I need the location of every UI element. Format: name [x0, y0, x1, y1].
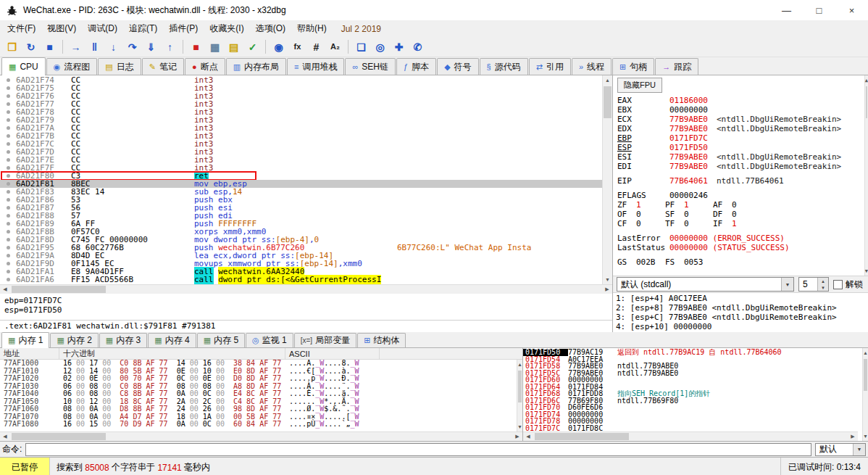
- register-row[interactable]: EDI77B9ABE0<ntdll.DbgUiRemoteBreakin>: [617, 162, 868, 171]
- breakpoint-dot-icon[interactable]: [7, 118, 10, 122]
- menu-item[interactable]: 文件(F): [1, 20, 41, 37]
- tab-memory-1[interactable]: ▦内存 1: [1, 332, 49, 348]
- scroll-down-icon[interactable]: ▼: [517, 422, 522, 431]
- minimize-button[interactable]: —: [770, 0, 803, 20]
- command-mode-select[interactable]: 默认 ▼: [815, 443, 866, 456]
- step-into-button[interactable]: ↓: [104, 38, 122, 56]
- tab-notes[interactable]: ✎笔记: [142, 58, 184, 75]
- scroll-up-icon[interactable]: ▲: [863, 348, 868, 358]
- menu-item[interactable]: 收藏夹(I): [204, 20, 249, 37]
- breakpoint-dot-icon[interactable]: [7, 166, 10, 170]
- disasm-row[interactable]: 6AD21F8383EC 14sub esp,14: [0, 188, 602, 196]
- run-button[interactable]: →: [67, 38, 85, 56]
- breakpoint-gutter[interactable]: [0, 92, 16, 100]
- scroll-right-icon[interactable]: ▶: [602, 286, 612, 292]
- disasm-row[interactable]: 6AD21F75CCint3: [0, 84, 602, 92]
- argument-row[interactable]: 4: [esp+10] 00000000: [616, 322, 865, 331]
- breakpoint-dot-icon[interactable]: [7, 270, 10, 273]
- tab-breakpoints[interactable]: ●断点: [185, 58, 225, 75]
- breakpoint-gutter[interactable]: [0, 116, 16, 124]
- scroll-up-icon[interactable]: ▲: [517, 360, 522, 369]
- breakpoint-gutter[interactable]: [0, 140, 16, 148]
- breakpoint-dot-icon[interactable]: [7, 134, 10, 138]
- scroll-left-icon[interactable]: ◀: [0, 286, 10, 292]
- breakpoint-gutter[interactable]: [0, 76, 16, 84]
- breakpoint-dot-icon[interactable]: [7, 190, 10, 194]
- close-button[interactable]: ×: [835, 0, 868, 20]
- stepper-buttons[interactable]: ▲▼: [817, 278, 828, 291]
- scroll-up-icon[interactable]: ▲: [865, 75, 868, 85]
- register-row[interactable]: ESP0171FD50: [617, 143, 868, 152]
- breakpoint-dot-icon[interactable]: [7, 230, 10, 234]
- scroll-left-icon[interactable]: ◀: [0, 434, 10, 439]
- restart-button[interactable]: ↻: [22, 38, 40, 56]
- menu-item[interactable]: 帮助(H): [291, 20, 333, 37]
- menu-item[interactable]: 选项(O): [250, 20, 291, 37]
- scroll-thumb[interactable]: [864, 359, 867, 391]
- breakpoint-gutter[interactable]: [0, 196, 16, 204]
- disasm-row[interactable]: 6AD21F79CCint3: [0, 116, 602, 124]
- breakpoint-gutter[interactable]: [0, 268, 16, 276]
- disasm-row[interactable]: 6AD21F8756push esi: [0, 204, 602, 212]
- scroll-right-icon[interactable]: ▶: [512, 434, 522, 439]
- breakpoint-dot-icon[interactable]: [7, 222, 10, 226]
- breakpoint-gutter[interactable]: [0, 100, 16, 108]
- scroll-thumb[interactable]: [604, 86, 612, 118]
- dump-row[interactable]: 77AF108016 00 15 00 70 D9 AF 77 0A 00 0C…: [0, 421, 522, 429]
- breakpoint-gutter[interactable]: [0, 156, 16, 164]
- breakpoint-dot-icon[interactable]: [7, 198, 10, 202]
- scroll-right-icon[interactable]: ▶: [848, 434, 858, 439]
- stop-button[interactable]: ■: [41, 38, 59, 56]
- register-row[interactable]: EFLAGS00000246: [617, 191, 868, 200]
- tab-threads[interactable]: »线程: [572, 58, 612, 75]
- breakpoint-dot-icon[interactable]: [7, 102, 10, 106]
- breakpoint-gutter[interactable]: [0, 236, 16, 244]
- scroll-track[interactable]: [10, 432, 512, 441]
- register-row[interactable]: LastStatus00000000 (STATUS_SUCCESS): [617, 243, 868, 252]
- tab-memory-5[interactable]: ▦内存 5: [197, 333, 245, 347]
- scroll-down-icon[interactable]: ▼: [865, 266, 868, 276]
- breakpoint-gutter[interactable]: [0, 132, 16, 140]
- tab-struct[interactable]: ⊞结构体: [357, 333, 406, 347]
- breakpoint-gutter[interactable]: [0, 276, 16, 284]
- argument-row[interactable]: 3: [esp+C] 77B9ABE0 <ntdll.DbgUiRemoteBr…: [616, 313, 865, 322]
- breakpoint-gutter[interactable]: [0, 228, 16, 236]
- breakpoint-dot-icon[interactable]: [7, 246, 10, 249]
- disasm-row[interactable]: 6AD21F7BCCint3: [0, 132, 602, 140]
- breakpoint-gutter[interactable]: [0, 180, 16, 188]
- scroll-track[interactable]: [10, 285, 602, 294]
- scroll-track[interactable]: [863, 358, 868, 431]
- breakpoint-gutter[interactable]: [0, 148, 16, 156]
- menu-item[interactable]: 追踪(T): [123, 20, 163, 37]
- scroll-track[interactable]: [533, 432, 848, 441]
- az-button[interactable]: A₂: [326, 38, 344, 56]
- disasm-horizontal-scrollbar[interactable]: ◀ ▶: [0, 284, 612, 294]
- disasm-row[interactable]: 6AD21F74CCint3: [0, 76, 602, 84]
- breakpoint-dot-icon[interactable]: [7, 278, 10, 281]
- disasm-row[interactable]: 6AD21F76CCint3: [0, 92, 602, 100]
- tab-handles[interactable]: ⊞句柄: [612, 58, 654, 75]
- tab-memory-4[interactable]: ▦内存 4: [148, 333, 196, 347]
- stepper-up-icon[interactable]: ▲: [818, 278, 828, 284]
- menu-item[interactable]: 调试(D): [82, 20, 123, 37]
- trace-into-button[interactable]: ⇓: [142, 38, 160, 56]
- register-row[interactable]: ESI77B9ABE0<ntdll.DbgUiRemoteBreakin>: [617, 152, 868, 162]
- scroll-thumb[interactable]: [866, 86, 867, 118]
- scroll-left-icon[interactable]: ◀: [523, 434, 533, 439]
- tab-references[interactable]: ⇄引用: [529, 58, 571, 75]
- tab-cpu[interactable]: ▦CPU: [1, 57, 46, 75]
- disasm-row[interactable]: 6AD21F7ECCint3: [0, 156, 602, 164]
- breakpoint-gutter[interactable]: [0, 204, 16, 212]
- open-file-button[interactable]: ❒: [3, 38, 21, 56]
- breakpoint-dot-icon[interactable]: [7, 206, 10, 210]
- disasm-row[interactable]: 6AD21F80C3ret: [0, 172, 602, 180]
- maximize-button[interactable]: □: [803, 0, 835, 20]
- breakpoint-gutter[interactable]: [0, 220, 16, 228]
- settings-button[interactable]: ◉: [270, 38, 288, 56]
- tab-seh-chain[interactable]: ∞SEH链: [345, 58, 396, 75]
- scroll-thumb[interactable]: [12, 433, 106, 440]
- breakpoint-dot-icon[interactable]: [7, 174, 10, 178]
- breakpoint-dot-icon[interactable]: [7, 254, 10, 257]
- scroll-down-icon[interactable]: ▼: [863, 431, 868, 441]
- run-to-return-button[interactable]: ↑: [161, 38, 179, 56]
